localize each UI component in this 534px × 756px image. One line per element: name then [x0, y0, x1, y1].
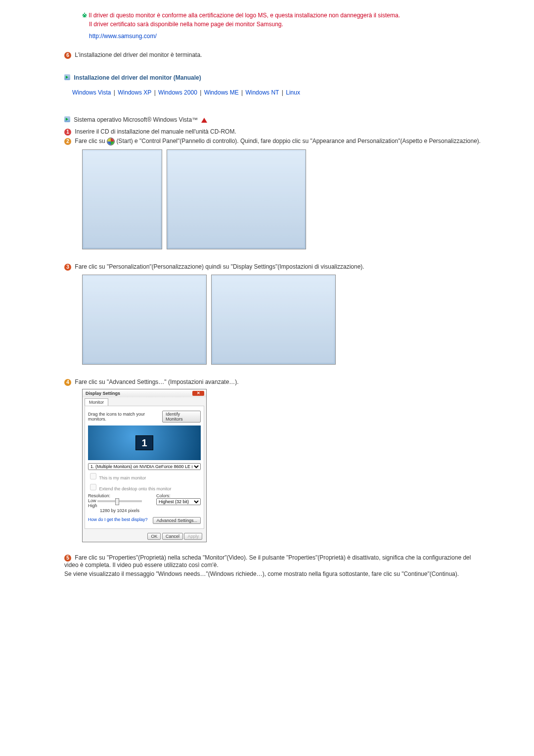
apply-button: Apply: [184, 533, 202, 540]
best-display-link[interactable]: How do I get the best display?: [88, 517, 148, 524]
link-windows-me[interactable]: Windows ME: [204, 89, 239, 96]
extend-desktop-label: Extend the desktop onto this monitor: [99, 486, 172, 491]
screenshot-display-settings-list: [211, 275, 336, 365]
extend-desktop-checkbox: [90, 484, 96, 490]
colors-select[interactable]: Highest (32 bit): [156, 498, 201, 505]
tab-monitor[interactable]: Monitor: [85, 398, 108, 406]
vista-step4: Fare clic su "Advanced Settings…" (Impos…: [75, 378, 238, 385]
screenshot-control-panel: [167, 149, 306, 249]
arrow-icon: [64, 116, 70, 122]
manual-install-title: Installazione del driver del monitor (Ma…: [74, 74, 201, 81]
link-linux[interactable]: Linux: [286, 89, 300, 96]
vista-step1: Inserire il CD di installazione del manu…: [75, 128, 236, 135]
main-monitor-label: This is my main monitor: [99, 475, 146, 480]
identify-monitors-button[interactable]: Identify Monitors: [162, 411, 201, 423]
close-icon[interactable]: ✕: [192, 391, 204, 396]
resolution-value: 1280 by 1024 pixels: [88, 508, 151, 513]
link-windows-xp[interactable]: Windows XP: [118, 89, 151, 96]
display-settings-dialog: Display Settings ✕ Monitor Drag the icon…: [82, 389, 207, 542]
screenshot-start-menu: [82, 149, 162, 249]
resolution-label: Resolution:: [88, 493, 151, 498]
driver-homepage-note: Il driver certificato sarà disponibile n…: [89, 21, 485, 28]
link-windows-nt[interactable]: Windows NT: [245, 89, 279, 96]
monitor-1-icon[interactable]: 1: [135, 435, 153, 450]
vista-step2a: Fare clic su: [75, 138, 107, 144]
drag-instruction: Drag the icons to match your monitors.: [88, 412, 162, 422]
link-windows-2000[interactable]: Windows 2000: [158, 89, 197, 96]
vista-step5b: Se viene visualizzato il messaggio "Wind…: [64, 570, 485, 577]
driver-ms-note: Il driver di questo monitor è conforme a…: [89, 12, 400, 19]
vista-step5: Fare clic su "Properties"(Proprietà) nel…: [64, 554, 471, 568]
step-badge-3: 3: [64, 264, 71, 271]
footnote-marker-icon: ※: [82, 12, 87, 19]
step-badge-2: 2: [64, 138, 71, 145]
step-badge-4: 4: [64, 379, 71, 386]
slider-low-label: Low: [88, 498, 96, 503]
screenshot-personalization: [82, 275, 207, 365]
step-badge-1: 1: [64, 129, 71, 136]
step-badge-6: 6: [64, 52, 71, 59]
slider-high-label: High: [88, 503, 97, 508]
arrow-icon: [64, 74, 70, 80]
main-monitor-checkbox: [90, 473, 96, 479]
colors-label: Colors:: [156, 493, 201, 498]
vista-heading: Sistema operativo Microsoft® Windows Vis…: [74, 116, 198, 123]
dialog-title: Display Settings: [86, 391, 120, 396]
ok-button[interactable]: OK: [147, 533, 161, 540]
advanced-settings-button[interactable]: Advanced Settings...: [153, 517, 201, 524]
cancel-button[interactable]: Cancel: [162, 533, 183, 540]
start-orb-icon: [107, 138, 115, 145]
display-device-select[interactable]: 1. (Multiple Monitors) on NVIDIA GeForce…: [88, 463, 201, 470]
up-triangle-icon: [201, 118, 207, 123]
vista-step3: Fare clic su "Personalization"(Personali…: [75, 263, 364, 270]
samsung-link[interactable]: http://www.samsung.com/: [89, 33, 157, 40]
monitor-preview: 1: [88, 425, 201, 460]
link-windows-vista[interactable]: Windows Vista: [72, 89, 111, 96]
vista-step2b: (Start) e "Control Panel"(Pannello di co…: [116, 138, 481, 144]
resolution-slider[interactable]: [97, 500, 142, 502]
install-complete-text: L'installazione del driver del monitor è…: [75, 51, 202, 58]
step-badge-5: 5: [64, 555, 71, 562]
os-links-row: Windows Vista | Windows XP | Windows 200…: [71, 89, 485, 96]
